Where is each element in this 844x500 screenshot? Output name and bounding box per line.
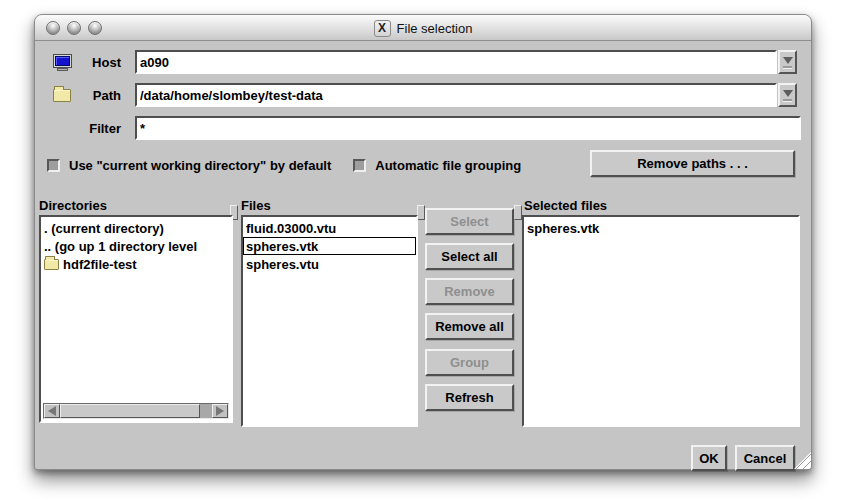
- use-cwd-label: Use "current working directory" by defau…: [69, 158, 331, 173]
- chevron-down-icon: [783, 57, 793, 64]
- file-selection-window: X File selection Host: [34, 14, 812, 470]
- remove-all-button[interactable]: Remove all: [425, 313, 514, 340]
- auto-grouping-checkbox[interactable]: [353, 159, 366, 172]
- host-computer-icon: [53, 54, 72, 71]
- filter-input[interactable]: [135, 116, 801, 140]
- host-dropdown-button[interactable]: [778, 50, 797, 74]
- path-folder-icon: [53, 89, 71, 102]
- x11-app-icon: X: [374, 20, 391, 37]
- splitter-handle[interactable]: [514, 205, 522, 220]
- window-title: File selection: [397, 21, 473, 36]
- arrow-left-icon: [48, 406, 56, 416]
- directories-pane-label: Directories: [39, 198, 107, 213]
- remove-button[interactable]: Remove: [425, 278, 514, 305]
- host-input[interactable]: [135, 50, 777, 74]
- cancel-button[interactable]: Cancel: [735, 445, 795, 471]
- path-label: Path: [75, 88, 121, 103]
- scrollbar-thumb[interactable]: [60, 404, 200, 418]
- arrow-right-icon: [216, 406, 224, 416]
- files-pane-label: Files: [241, 198, 271, 213]
- list-item[interactable]: spheres.vtu: [243, 255, 416, 273]
- list-item[interactable]: fluid.03000.vtu: [243, 219, 416, 237]
- host-combobox: [135, 50, 797, 74]
- use-cwd-checkbox[interactable]: [47, 159, 60, 172]
- list-item-selected[interactable]: spheres.vtk: [243, 237, 416, 255]
- ok-button[interactable]: OK: [691, 445, 727, 471]
- filter-label: Filter: [75, 121, 121, 136]
- select-all-button[interactable]: Select all: [425, 243, 514, 270]
- splitter-handle[interactable]: [417, 205, 425, 220]
- path-dropdown-button[interactable]: [778, 83, 797, 107]
- list-item[interactable]: .. (go up 1 directory level: [41, 237, 231, 255]
- directories-list[interactable]: . (current directory) .. (go up 1 direct…: [39, 215, 233, 423]
- chevron-down-icon: [783, 90, 793, 97]
- title-bar[interactable]: X File selection: [35, 15, 811, 41]
- list-item[interactable]: hdf2file-test: [41, 255, 231, 273]
- folder-icon: [44, 259, 59, 270]
- selected-files-list[interactable]: spheres.vtk: [522, 215, 800, 427]
- auto-grouping-label: Automatic file grouping: [375, 158, 521, 173]
- scroll-left-button[interactable]: [44, 404, 60, 418]
- select-button[interactable]: Select: [425, 208, 514, 235]
- files-list[interactable]: fluid.03000.vtu spheres.vtk spheres.vtu: [241, 215, 418, 427]
- selected-files-pane-label: Selected files: [524, 198, 607, 213]
- horizontal-scrollbar[interactable]: [43, 403, 229, 419]
- list-item[interactable]: . (current directory): [41, 219, 231, 237]
- path-combobox: [135, 83, 797, 107]
- group-button[interactable]: Group: [425, 349, 514, 376]
- scroll-right-button[interactable]: [212, 404, 228, 418]
- host-label: Host: [75, 55, 121, 70]
- refresh-button[interactable]: Refresh: [425, 384, 514, 411]
- path-input[interactable]: [135, 83, 777, 107]
- remove-paths-button[interactable]: Remove paths . . .: [590, 150, 795, 177]
- list-item[interactable]: spheres.vtk: [524, 219, 798, 237]
